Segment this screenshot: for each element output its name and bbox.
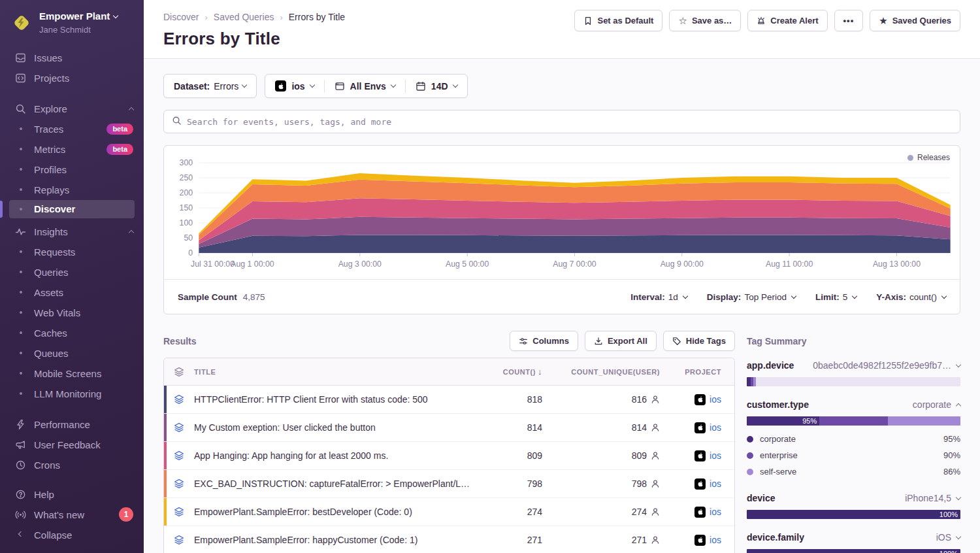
column-count[interactable]: COUNT()↓ xyxy=(480,367,551,377)
sidebar-item-user-feedback[interactable]: User Feedback xyxy=(0,435,144,455)
page-header: Discover › Saved Queries › Errors by Tit… xyxy=(144,0,980,59)
alert-siren-icon xyxy=(757,16,766,25)
sidebar-item-discover[interactable]: Discover xyxy=(9,200,135,218)
create-alert-button[interactable]: Create Alert xyxy=(747,10,827,31)
sidebar-item-queries[interactable]: Queries xyxy=(0,262,144,282)
project-link[interactable]: ios xyxy=(710,394,721,405)
releases-legend-label: Releases xyxy=(917,153,950,162)
tag-distribution-bar[interactable]: 100% xyxy=(747,510,960,519)
sidebar-item-traces[interactable]: Traces beta xyxy=(0,119,144,139)
sidebar-item-whats-new[interactable]: What's new 1 xyxy=(0,505,144,525)
chart-legend[interactable]: Releases xyxy=(907,153,950,162)
sidebar-group-insights[interactable]: Insights xyxy=(0,222,144,242)
tag-legend-row[interactable]: corporate 95% xyxy=(747,431,960,447)
date-range-filter[interactable]: 14D xyxy=(406,75,467,97)
beta-badge: beta xyxy=(106,124,133,135)
yaxis-selector[interactable]: Y-Axis: count() xyxy=(876,292,946,302)
releases-legend-dot xyxy=(907,155,913,161)
page-title: Errors by Title xyxy=(163,29,345,49)
sidebar-item-web-vitals[interactable]: Web Vitals xyxy=(0,303,144,323)
display-selector[interactable]: Display: Top Period xyxy=(707,292,796,302)
org-switcher[interactable]: Empower Plant Jane Schmidt xyxy=(0,10,144,39)
sidebar-item-help[interactable]: Help xyxy=(0,484,144,505)
set-as-default-button[interactable]: Set as Default xyxy=(574,10,662,31)
count-value: 809 xyxy=(480,450,551,461)
saved-queries-button[interactable]: ★ Saved Queries xyxy=(870,10,960,31)
sidebar-collapse-button[interactable]: Collapse xyxy=(0,525,144,545)
error-title-link[interactable]: EmpowerPlant.SampleError: bestDeveloper … xyxy=(194,507,480,517)
more-options-button[interactable]: ••• xyxy=(834,10,864,31)
sidebar-item-profiles[interactable]: Profiles xyxy=(0,159,144,180)
sidebar-item-metrics[interactable]: Metrics beta xyxy=(0,139,144,159)
project-link[interactable]: ios xyxy=(710,422,721,433)
error-title-link[interactable]: My Custom exeption: User clicked the but… xyxy=(194,422,480,433)
sidebar-item-queues[interactable]: Queues xyxy=(0,343,144,363)
tag-section-toggle[interactable]: device.family iOS xyxy=(747,529,960,545)
error-title-link[interactable]: App Hanging: App hanging for at least 20… xyxy=(194,450,480,461)
project-link[interactable]: ios xyxy=(710,507,721,517)
project-link[interactable]: ios xyxy=(710,478,721,489)
project-link[interactable]: ios xyxy=(710,535,721,545)
columns-button[interactable]: Columns xyxy=(510,331,578,351)
project-link[interactable]: ios xyxy=(710,450,721,461)
sidebar-item-issues[interactable]: Issues xyxy=(0,48,144,68)
sidebar-item-projects[interactable]: Projects xyxy=(0,68,144,88)
legend-dot xyxy=(747,469,753,475)
breadcrumb-discover[interactable]: Discover xyxy=(163,12,199,22)
tag-section-toggle[interactable]: device iPhone14,5 xyxy=(747,490,960,506)
error-title-link[interactable]: HTTPClientError: HTTP Client Error with … xyxy=(194,394,480,405)
sidebar-item-caches[interactable]: Caches xyxy=(0,323,144,343)
chevron-down-icon xyxy=(956,494,961,499)
error-title-link[interactable]: EmpowerPlant.SampleError: happyCustomer … xyxy=(194,535,480,545)
search-input[interactable] xyxy=(187,117,952,127)
apple-icon xyxy=(694,450,706,461)
sidebar-item-llm-monitoring[interactable]: LLM Monitoring xyxy=(0,384,144,404)
sidebar-item-mobile-screens[interactable]: Mobile Screens xyxy=(0,363,144,384)
sidebar-group-explore[interactable]: Explore xyxy=(0,99,144,119)
bookmark-icon xyxy=(583,16,593,25)
tag-distribution-bar[interactable]: 95% xyxy=(747,416,960,426)
chevron-up-icon xyxy=(129,230,134,235)
column-project[interactable]: PROJECT xyxy=(669,368,734,376)
column-title[interactable]: TITLE xyxy=(194,368,480,376)
tag-section-toggle[interactable]: app.device 0baebc0de4982f1255f2e9e9fb7… xyxy=(747,358,960,373)
error-title-link[interactable]: EXC_BAD_INSTRUCTION: captureFatalError: … xyxy=(194,478,480,489)
user-icon xyxy=(651,451,660,460)
series-color-bar xyxy=(164,442,167,469)
projects-icon xyxy=(14,73,27,84)
environment-filter[interactable]: All Envs xyxy=(325,75,405,97)
tag-section-toggle[interactable]: customer.type corporate xyxy=(747,397,960,412)
count-value: 818 xyxy=(480,394,551,405)
breadcrumb-saved-queries[interactable]: Saved Queries xyxy=(214,12,274,22)
tag-distribution-bar[interactable] xyxy=(747,377,960,386)
broadcast-icon xyxy=(14,509,27,520)
column-count-unique[interactable]: COUNT_UNIQUE(USER) xyxy=(551,368,669,376)
count-value: 271 xyxy=(480,535,551,545)
hide-tags-button[interactable]: Hide Tags xyxy=(663,331,735,351)
svg-text:Aug 7 00:00: Aug 7 00:00 xyxy=(553,260,596,269)
sidebar-item-assets[interactable]: Assets xyxy=(0,282,144,303)
series-color-bar xyxy=(164,470,167,497)
bullet-icon xyxy=(14,372,27,375)
sidebar-item-performance[interactable]: Performance xyxy=(0,414,144,435)
whats-new-badge: 1 xyxy=(119,507,133,522)
sidebar-item-replays[interactable]: Replays xyxy=(0,180,144,200)
stack-icon xyxy=(164,422,194,433)
project-filter[interactable]: ios xyxy=(265,75,323,97)
sidebar-item-requests[interactable]: Requests xyxy=(0,242,144,262)
tag-distribution-bar[interactable]: 100% xyxy=(747,549,960,553)
limit-selector[interactable]: Limit: 5 xyxy=(815,292,857,302)
user-icon xyxy=(651,395,660,404)
table-row: My Custom exeption: User clicked the but… xyxy=(164,414,734,442)
sidebar-item-crons[interactable]: Crons xyxy=(0,455,144,475)
tag-legend-row[interactable]: enterprise 90% xyxy=(747,447,960,463)
chart-panel: Releases 050100150200250300Jul 31 00:00A… xyxy=(163,145,960,314)
tag-section-device-family: device.family iOS 100% xyxy=(747,529,960,553)
tag-legend-row[interactable]: self-serve 86% xyxy=(747,463,960,480)
interval-selector[interactable]: Interval: 1d xyxy=(630,292,687,302)
save-as-button[interactable]: ☆ Save as… xyxy=(669,10,741,31)
dataset-selector[interactable]: Dataset: Errors xyxy=(163,74,257,98)
export-all-button[interactable]: Export All xyxy=(585,331,657,351)
main-area: Discover › Saved Queries › Errors by Tit… xyxy=(144,0,980,553)
svg-text:Aug 9 00:00: Aug 9 00:00 xyxy=(661,260,704,269)
